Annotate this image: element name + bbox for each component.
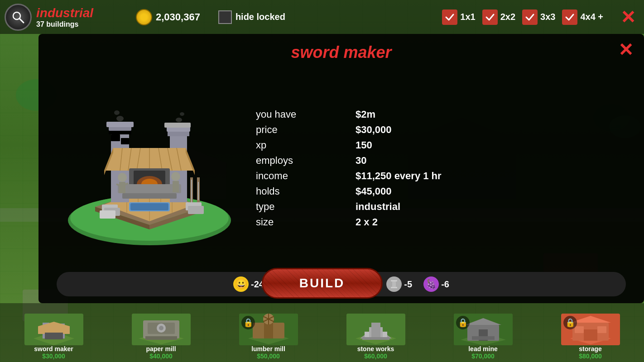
building-card-stone-works[interactable]: stone works $60,000 [322,314,429,362]
sword-maker-name: sword maker [34,345,73,352]
svg-rect-57 [188,206,204,214]
currency-display: 2,030,367 [136,9,200,25]
svg-point-68 [176,118,182,122]
happiness-icon: 😀 [233,276,249,292]
building-card-lead-mine[interactable]: 🔒 lead mine $70,000 [429,314,537,362]
resource-column: -5 [386,276,412,292]
coin-icon [136,9,152,25]
grapes-value: -6 [441,279,449,290]
svg-rect-72 [391,280,397,281]
building-card-lumber-mill[interactable]: 🔒 lumber mill $50,000 [215,314,322,362]
svg-rect-55 [100,210,115,219]
svg-rect-63 [173,181,179,192]
svg-rect-73 [392,281,396,287]
column-icon [386,276,402,292]
svg-rect-114 [575,326,584,333]
stat-employs: employs 30 [256,155,630,167]
svg-rect-25 [121,138,129,144]
svg-rect-80 [45,333,63,339]
storage-price: $80,000 [579,352,602,360]
resource-grapes: 🍇 -6 [423,276,449,292]
stone-works-price: $60,000 [364,352,387,360]
building-card-paper-mill[interactable]: paper mill $40,000 [107,314,215,362]
svg-rect-102 [362,337,389,340]
filter-2x2-label: 2x2 [500,12,515,22]
building-thumb-lumber-mill: 🔒 [239,314,298,345]
resource-happiness: 😀 -24 [233,276,264,292]
svg-point-62 [171,172,180,181]
lock-icon-lumber: 🔒 [241,316,255,329]
svg-rect-31 [164,123,191,128]
filter-1x1[interactable]: 1x1 [442,10,475,25]
building-thumb-paper-mill [132,314,191,345]
svg-rect-113 [584,329,597,341]
paper-mill-name: paper mill [146,345,176,352]
svg-rect-115 [597,326,606,333]
building-thumb-sword-maker [24,314,83,345]
svg-rect-47 [122,193,177,199]
svg-point-66 [116,116,124,121]
building-image-area [52,71,247,265]
svg-rect-27 [106,122,134,127]
stat-you-have: you have $2m [256,109,630,120]
building-thumb-lead-mine: 🔒 [454,314,513,345]
building-illustration [59,89,240,248]
stat-size: size 2 x 2 [256,216,630,228]
sword-maker-price: $30,000 [42,352,65,360]
modal: sword maker ✕ [38,34,644,303]
svg-point-58 [118,173,127,182]
stat-income: income $11,250 every 1 hr [256,170,630,182]
svg-rect-108 [472,336,495,340]
lead-mine-name: lead mine [468,345,498,352]
svg-rect-24 [111,134,120,141]
svg-rect-59 [119,182,125,193]
filter-4x4-label: 4x4 + [580,12,603,22]
stat-price: price $30,000 [256,124,630,136]
lumber-mill-price: $50,000 [257,352,280,360]
check-icon-2x2 [482,10,498,25]
currency-value: 2,030,367 [156,11,200,23]
hide-locked-checkbox[interactable] [218,10,232,24]
building-card-sword-maker[interactable]: sword maker $30,000 [0,314,107,362]
svg-rect-46 [118,184,181,193]
top-bar: industrial 37 buildings 2,030,367 hide l… [0,0,644,34]
stat-holds: holds $45,000 [256,186,630,197]
filter-2x2[interactable]: 2x2 [482,10,515,25]
filter-3x3-label: 3x3 [540,12,555,22]
svg-rect-87 [145,336,177,340]
filter-3x3[interactable]: 3x3 [522,10,555,25]
lock-icon-storage: 🔒 [563,316,577,329]
grapes-icon: 🍇 [423,276,439,292]
size-filters: 1x1 2x2 3x3 4x4 + ✕ [442,6,639,29]
building-card-storage[interactable]: 🔒 storage $80,000 [537,314,644,362]
building-thumb-storage: 🔒 [561,314,620,345]
paper-mill-price: $40,000 [149,352,173,360]
lock-icon-lead: 🔒 [456,316,470,329]
modal-body: you have $2m price $30,000 xp 150 employ… [38,67,644,270]
check-icon-1x1 [442,10,457,25]
modal-title: sword maker [38,34,644,67]
hide-locked-area[interactable]: hide locked [218,10,285,24]
top-close-button[interactable]: ✕ [617,6,639,29]
svg-line-9 [19,19,24,23]
filter-4x4[interactable]: 4x4 + [562,10,603,25]
svg-rect-101 [371,323,380,338]
column-value: -5 [404,279,412,290]
stone-works-name: stone works [357,345,394,352]
modal-close-button[interactable]: ✕ [617,41,635,59]
svg-point-86 [159,326,163,330]
storage-name: storage [579,345,602,352]
check-icon-4x4 [562,10,577,25]
svg-rect-74 [391,287,397,288]
build-button[interactable]: BUILD [262,268,383,299]
search-button[interactable] [5,4,32,31]
category-title-area: industrial 37 buildings [36,6,127,29]
hide-locked-label: hide locked [235,12,285,22]
building-count: 37 buildings [36,20,127,29]
stat-type: type industrial [256,201,630,213]
building-thumb-stone-works [346,314,405,345]
check-icon-3x3 [522,10,538,25]
svg-point-69 [180,112,184,116]
svg-point-67 [114,110,120,115]
svg-rect-65 [130,203,168,210]
